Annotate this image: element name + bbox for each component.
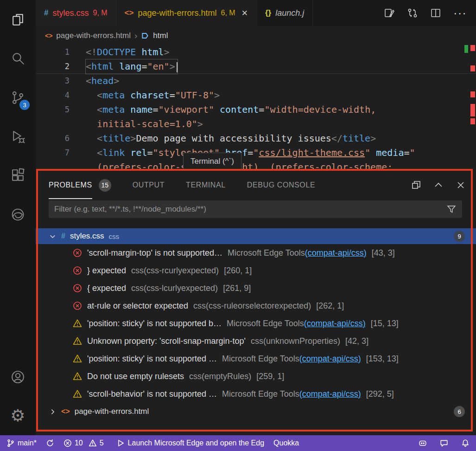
problem-message: Unknown property: 'scroll-snap-margin-to…: [87, 336, 246, 346]
code-token: >: [130, 133, 136, 144]
tab-debug-console[interactable]: DEBUG CONSOLE: [247, 170, 315, 200]
split-editor-icon[interactable]: [430, 7, 441, 19]
git-branch-item[interactable]: main*: [6, 439, 37, 447]
breadcrumb: <> page-with-errors.html › html: [36, 26, 476, 45]
problem-row[interactable]: Do not use empty rulesetscss(emptyRules)…: [36, 367, 476, 385]
line-number: [36, 117, 70, 131]
problem-message: { expected: [87, 283, 126, 293]
code-token: =: [248, 147, 253, 158]
line-number: 1: [36, 45, 70, 59]
tab-page-with-errors[interactable]: <> page-with-errors.html 6, M ✕: [116, 0, 257, 26]
problem-row[interactable]: 'scroll-behavior' is not supported …Micr…: [36, 385, 476, 403]
problem-code-link[interactable]: (compat-api/css): [305, 248, 367, 258]
status-bar: main* 10 5 Launch Microsoft Edge and ope…: [0, 435, 476, 451]
explorer-icon[interactable]: [0, 0, 36, 39]
copilot-icon[interactable]: [419, 439, 427, 447]
problem-message: 'position: sticky' is not supported b…: [87, 319, 222, 329]
tab-label: page-with-errors.html: [138, 8, 216, 18]
panel-tab-label: DEBUG CONSOLE: [247, 181, 315, 189]
code-line[interactable]: 5 <meta name="viewport" content="width=d…: [36, 103, 476, 117]
error-icon: [73, 283, 82, 293]
tab-bar: # styles.css 9, M <> page-with-errors.ht…: [36, 0, 476, 26]
editor[interactable]: 1<!DOCTYPE html>2<html lang="en">3<head>…: [36, 45, 476, 170]
close-tab-icon[interactable]: ✕: [241, 8, 248, 18]
code-token: head: [91, 75, 114, 86]
code-token: html: [136, 46, 164, 58]
html-file-icon: <>: [125, 8, 134, 18]
code-line[interactable]: 2<html lang="en">: [36, 59, 476, 74]
edge-devtools-icon[interactable]: [0, 195, 36, 234]
accounts-icon[interactable]: [0, 357, 36, 396]
breadcrumb-file[interactable]: page-with-errors.html: [56, 31, 131, 40]
problems-summary[interactable]: 10 5: [63, 439, 104, 447]
problem-position: [259, 1]: [256, 372, 284, 381]
problem-row[interactable]: Unknown property: 'scroll-snap-margin-to…: [36, 332, 476, 350]
tab-terminal[interactable]: TERMINAL: [186, 170, 226, 200]
code-line[interactable]: 1<!DOCTYPE html>: [36, 45, 476, 59]
panel-actions: [411, 170, 466, 200]
close-panel-icon[interactable]: [456, 180, 466, 190]
problem-source: css(css-rcurlyexpected): [131, 266, 219, 276]
problem-message: 'scroll-behavior' is not supported …: [87, 389, 217, 399]
error-mark: [470, 65, 475, 71]
extensions-icon[interactable]: [0, 156, 36, 195]
code-token: html: [91, 61, 114, 72]
code-line[interactable]: (prefers-color-scheme: light), (prefers-…: [36, 160, 476, 170]
problems-group-styles-css[interactable]: # styles.css css 9: [36, 228, 476, 244]
code-token: =: [153, 104, 159, 115]
code-token: content: [220, 104, 259, 115]
tab-launch-json[interactable]: {} launch.j: [257, 0, 313, 26]
code-line[interactable]: 3<head>: [36, 74, 476, 88]
maximize-panel-icon[interactable]: [433, 180, 444, 190]
branch-icon: [6, 439, 15, 447]
filter-icon[interactable]: [446, 204, 457, 214]
breadcrumb-symbol[interactable]: html: [153, 31, 168, 40]
problem-source: Microsoft Edge Tools: [227, 319, 304, 329]
restore-panel-icon[interactable]: [411, 180, 421, 190]
warning-icon: [73, 372, 82, 381]
problem-row[interactable]: 'position: sticky' is not supported b…Mi…: [36, 315, 476, 332]
code-token: (prefers-color-scheme: light), (prefers-…: [97, 161, 393, 170]
problem-row[interactable]: { expectedcss(css-lcurlyexpected)[261, 9…: [36, 279, 476, 297]
problem-row[interactable]: 'position: sticky' is not supported …Mic…: [36, 350, 476, 367]
quokka-item[interactable]: Quokka: [273, 439, 299, 447]
code-token: [114, 61, 119, 72]
tab-output[interactable]: OUTPUT: [133, 170, 165, 200]
git-compare-icon[interactable]: [407, 7, 418, 19]
tab-styles-css[interactable]: # styles.css 9, M: [36, 0, 116, 26]
feedback-icon[interactable]: [440, 439, 448, 447]
problem-row[interactable]: at-rule or selector expectedcss(css-rule…: [36, 297, 476, 315]
run-debug-icon[interactable]: [0, 117, 36, 156]
code-line[interactable]: 6 <title>Demo page with accessibility is…: [36, 131, 476, 146]
code-token: <: [97, 90, 102, 101]
code-line[interactable]: 4 <meta charset="UTF-8">: [36, 88, 476, 103]
panel-tab-label: TERMINAL: [186, 181, 226, 189]
problem-row[interactable]: } expectedcss(css-rcurlyexpected)[260, 1…: [36, 262, 476, 279]
problem-position: [15, 13]: [371, 319, 399, 329]
launch-edge-item[interactable]: Launch Microsoft Edge and open the Edg: [117, 439, 264, 447]
notifications-bell-icon[interactable]: [461, 439, 470, 447]
status-bar-right: [419, 439, 470, 447]
problem-code-link[interactable]: (compat-api/css): [304, 319, 366, 329]
problem-code-link[interactable]: (compat-api/css): [299, 354, 361, 364]
code-token: media: [376, 147, 404, 158]
code-token: meta: [102, 104, 125, 115]
open-changes-icon[interactable]: [384, 7, 395, 19]
problem-code-link[interactable]: (compat-api/css): [299, 389, 361, 399]
settings-gear-icon[interactable]: ⚙: [0, 396, 36, 435]
problems-filter-input[interactable]: Filter (e.g. text, **/*.ts, !**/node_mod…: [49, 200, 462, 218]
problems-group-page-with-errors[interactable]: <> page-with-errors.html 6: [36, 403, 476, 420]
problem-row[interactable]: 'scroll-margin-top' is not supported…Mic…: [36, 244, 476, 262]
problem-source: css(css-ruleorselectorexpected): [193, 301, 311, 311]
warning-icon: [73, 336, 82, 346]
code-line[interactable]: initial-scale=1.0">: [36, 117, 476, 131]
line-number: [36, 160, 70, 170]
problem-position: [153, 13]: [366, 354, 399, 364]
sync-item[interactable]: [46, 439, 54, 447]
code-line[interactable]: 7 <link rel="stylesheet" href="css/light…: [36, 146, 476, 160]
warning-icon: [73, 354, 82, 363]
scm-badge: 3: [19, 100, 30, 110]
source-control-icon[interactable]: 3: [0, 78, 36, 117]
search-icon[interactable]: [0, 39, 36, 78]
tab-problems[interactable]: PROBLEMS 15: [49, 170, 111, 200]
